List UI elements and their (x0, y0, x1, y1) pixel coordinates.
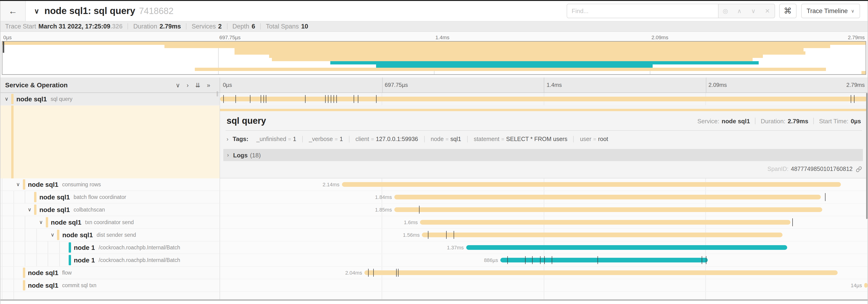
axis-label: 1.4ms (435, 35, 450, 40)
span-bar-row[interactable] (220, 93, 868, 105)
expand-all-icon[interactable]: » (207, 81, 210, 89)
span-bar-row[interactable]: 1.84ms (220, 191, 868, 204)
locate-icon[interactable]: ◎ (718, 7, 732, 14)
span-tree-row[interactable]: ∨node sql1txn coordinator send (0, 216, 220, 229)
minimap-span-bar (272, 58, 753, 61)
indent-guide (2, 216, 2, 228)
span-tree-row[interactable]: ∨node sql1consuming rows (0, 178, 220, 191)
logs-count: (18) (250, 151, 261, 159)
span-bar[interactable] (500, 258, 708, 263)
tag-equals: = (288, 136, 291, 142)
indent-guide (13, 241, 14, 254)
minimap-span-bar (330, 61, 758, 64)
indent-guide (13, 204, 14, 216)
span-bar-row[interactable]: 1.56ms (220, 229, 868, 241)
span-row: ∨node sql1sql query (0, 93, 868, 105)
span-tree-row[interactable]: ∨node sql1colbatchscan (0, 204, 220, 216)
vertical-scrollbar[interactable] (866, 93, 868, 219)
minimap-canvas[interactable] (2, 41, 866, 75)
viewport-drag-handle[interactable] (3, 41, 4, 53)
log-tick (545, 256, 545, 264)
service-name: node sql1 (39, 193, 70, 201)
logs-expander[interactable]: › Logs (18) (223, 149, 863, 161)
service-color-bar (46, 217, 48, 228)
span-bar-row[interactable]: 14µs (220, 279, 868, 292)
span-tree-row[interactable]: ∨node sql1dist sender send (0, 229, 220, 241)
find-input[interactable] (566, 4, 718, 18)
minimap-span-bar (376, 64, 652, 68)
service-value: node sql1 (721, 117, 750, 125)
span-duration-label: 1.85ms (375, 207, 394, 212)
span-bar-row[interactable]: 1.37ms (220, 241, 868, 254)
span-bar-row[interactable]: 2.14ms (220, 178, 868, 191)
span-row: node 1/cockroach.roachpb.Internal/Batch1… (0, 241, 868, 254)
tag-value: 1 (340, 136, 343, 142)
chevron-down-icon[interactable]: ∨ (16, 181, 20, 188)
log-tick (702, 256, 702, 264)
link-icon[interactable] (856, 166, 862, 172)
span-tree-row[interactable]: node 1/cockroach.roachpb.Internal/Batch (0, 241, 220, 254)
tag-key: node (431, 136, 444, 142)
summary-item: Duration2.79ms (133, 23, 181, 30)
span-bar[interactable] (220, 97, 868, 101)
summary-value-fraction: .326 (110, 23, 123, 30)
tag-key: statement (474, 136, 499, 142)
chevron-down-icon[interactable]: ∨ (34, 7, 39, 15)
span-row: node sql1flow2.04ms (0, 267, 868, 279)
keyboard-shortcuts-button[interactable]: ⌘ (779, 4, 796, 18)
span-bar-row[interactable]: 1.6ms (220, 216, 868, 229)
empty-row-left (0, 292, 220, 299)
span-bar[interactable] (422, 233, 783, 237)
span-bar[interactable] (394, 207, 822, 212)
indent-guide (2, 279, 2, 292)
log-tick (250, 95, 250, 103)
summary-label: Depth (232, 23, 249, 30)
indent-guide (36, 241, 37, 254)
span-bar[interactable] (394, 195, 821, 199)
operation-name: txn coordinator send (85, 219, 134, 225)
column-resizer-handle[interactable]: ∥ (216, 91, 219, 97)
span-bar[interactable] (342, 182, 841, 187)
tags-expander[interactable]: › Tags: _unfinished=1_verbose=1client=12… (220, 131, 868, 145)
timeline-minimap: 0µs697.75µs1.4ms2.09ms2.79ms (0, 32, 868, 77)
span-bar-row[interactable]: 886µs (220, 254, 868, 267)
span-row: ∨node sql1txn coordinator send1.6ms (0, 216, 868, 229)
span-detail-panel: sql query Service: node sql1 Duration: 2… (220, 105, 868, 178)
span-tree-row[interactable]: node sql1flow (0, 267, 220, 279)
next-result-icon[interactable]: ∨ (746, 7, 760, 14)
span-row: node 1/cockroach.roachpb.Internal/Batch8… (0, 254, 868, 267)
log-tick (525, 256, 526, 264)
span-bar[interactable] (864, 283, 868, 288)
span-tree-row[interactable]: ∨node sql1sql query (0, 93, 220, 105)
tag-value: sql1 (451, 136, 461, 142)
span-bar-row[interactable]: 2.04ms (220, 267, 868, 279)
service-color-bar (34, 192, 36, 202)
chevron-down-icon[interactable]: ∨ (5, 96, 8, 102)
operation-name: colbatchscan (73, 207, 105, 212)
summary-item: Services2 (192, 23, 222, 30)
back-button[interactable]: ← (0, 1, 26, 21)
collapse-all-icon[interactable]: ⇊ (195, 81, 200, 89)
span-tree-row[interactable]: node 1/cockroach.roachpb.Internal/Batch (0, 254, 220, 267)
chevron-down-icon[interactable]: ∨ (28, 207, 31, 213)
divider (128, 23, 128, 29)
view-selector-button[interactable]: Trace Timeline ∨ (801, 4, 860, 18)
chevron-down-icon[interactable]: ∨ (39, 219, 43, 225)
span-bar[interactable] (364, 270, 838, 275)
tag-value: 127.0.0.1:59936 (376, 136, 418, 142)
span-tree-row[interactable]: node sql1commit sql txn (0, 279, 220, 292)
log-tick (540, 256, 540, 264)
clear-search-icon[interactable]: ✕ (760, 7, 774, 14)
span-bar-row[interactable]: 1.85ms (220, 204, 868, 216)
expand-one-icon[interactable]: › (187, 81, 189, 89)
log-tick (552, 256, 552, 264)
spanid-label: SpanID: (767, 166, 788, 172)
collapse-one-icon[interactable]: ∨ (176, 81, 180, 89)
prev-result-icon[interactable]: ∧ (732, 7, 746, 14)
span-tree-row[interactable]: node sql1batch flow coordinator (0, 191, 220, 204)
span-bar[interactable] (420, 220, 791, 225)
chevron-down-icon[interactable]: ∨ (51, 232, 55, 238)
service-color-bar (23, 280, 25, 291)
span-bar[interactable] (466, 245, 787, 250)
timeline-ruler[interactable]: 0µs697.75µs1.4ms2.09ms2.79ms (220, 77, 868, 93)
